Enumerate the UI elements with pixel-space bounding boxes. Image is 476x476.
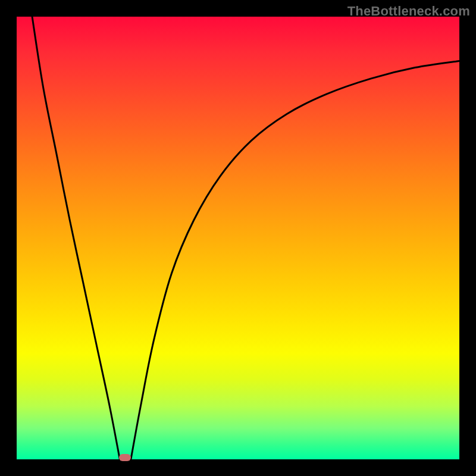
chart-container: TheBottleneck.com <box>0 0 476 476</box>
curve-left <box>32 17 120 459</box>
bottleneck-marker <box>119 454 131 461</box>
plot-area <box>17 17 459 459</box>
curve-svg <box>17 17 459 459</box>
curve-right <box>131 61 459 459</box>
